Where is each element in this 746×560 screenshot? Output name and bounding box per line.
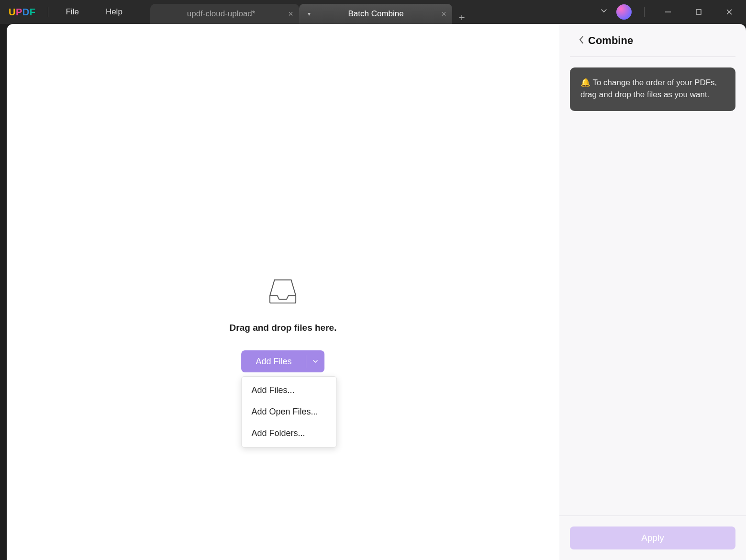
window-minimize-button[interactable]	[657, 2, 679, 22]
side-footer: Apply	[559, 515, 746, 560]
titlebar-right	[600, 2, 746, 22]
side-panel: Combine 🔔 To change the order of your PD…	[559, 24, 746, 560]
add-files-button[interactable]: Add Files	[241, 350, 324, 372]
dropdown-item-add-folders[interactable]: Add Folders...	[242, 423, 336, 444]
tab-label: Batch Combine	[315, 9, 436, 19]
menu-file[interactable]: File	[52, 0, 92, 24]
tip-box: 🔔 To change the order of your PDFs, drag…	[570, 67, 735, 111]
add-files-dropdown-toggle[interactable]	[307, 350, 325, 372]
content: Drag and drop files here. Add Files Add …	[0, 24, 746, 560]
divider	[644, 7, 645, 17]
add-files-control: Add Files Add Files... Add Open Files...…	[241, 350, 324, 372]
titlebar: UPDF File Help updf-cloud-upload* × ▾ Ba…	[0, 0, 746, 24]
tab-upload[interactable]: updf-cloud-upload* ×	[150, 4, 299, 24]
add-files-dropdown: Add Files... Add Open Files... Add Folde…	[241, 376, 337, 448]
side-title: Combine	[588, 34, 633, 47]
divider	[48, 7, 48, 17]
dropdown-item-add-files[interactable]: Add Files...	[242, 380, 336, 401]
menu-help[interactable]: Help	[92, 0, 136, 24]
caret-down-icon[interactable]: ▾	[308, 11, 311, 17]
apply-button[interactable]: Apply	[570, 526, 735, 549]
tab-batch-combine[interactable]: ▾ Batch Combine ×	[299, 4, 452, 24]
new-tab-button[interactable]: +	[452, 11, 472, 24]
dropzone[interactable]: Drag and drop files here. Add Files Add …	[230, 278, 337, 372]
dropzone-text: Drag and drop files here.	[230, 323, 337, 333]
side-header: Combine	[570, 24, 735, 57]
dropdown-item-add-open-files[interactable]: Add Open Files...	[242, 401, 336, 423]
app-logo: UPDF	[0, 7, 44, 18]
main-menu: File Help	[52, 0, 135, 24]
chevron-down-icon[interactable]	[600, 7, 608, 17]
tab-strip: updf-cloud-upload* × ▾ Batch Combine × +	[150, 0, 472, 24]
close-icon[interactable]: ×	[288, 9, 293, 19]
window-close-button[interactable]	[718, 2, 740, 22]
main-panel: Drag and drop files here. Add Files Add …	[7, 24, 559, 560]
tab-label: updf-cloud-upload*	[159, 9, 283, 19]
window-maximize-button[interactable]	[688, 2, 710, 22]
close-icon[interactable]: ×	[441, 9, 446, 19]
back-chevron-icon[interactable]	[579, 35, 584, 46]
svg-rect-1	[696, 10, 701, 14]
inbox-tray-icon	[269, 278, 297, 306]
avatar[interactable]	[616, 4, 632, 20]
add-files-label: Add Files	[241, 350, 306, 372]
